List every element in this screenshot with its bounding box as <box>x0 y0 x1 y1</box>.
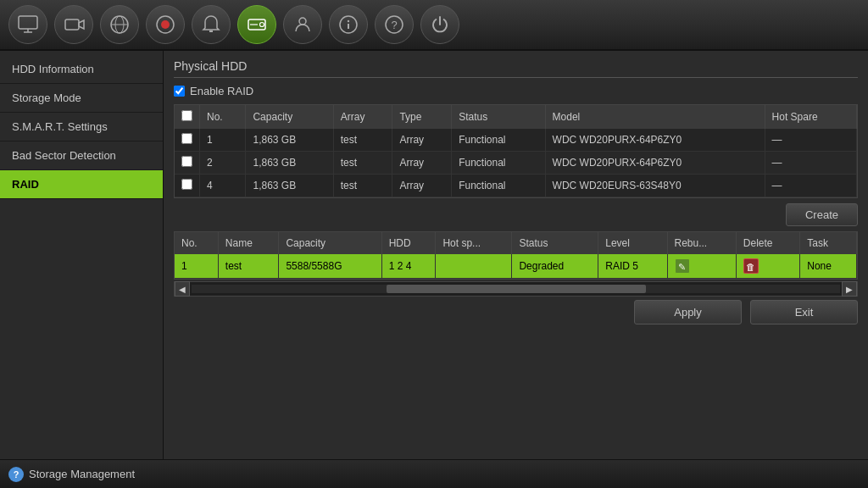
row-capacity: 1,863 GB <box>246 152 333 175</box>
row-hot-spare: — <box>765 129 856 152</box>
row-capacity: 1,863 GB <box>246 175 333 197</box>
raid-col-name: Name <box>218 232 279 254</box>
info-circle-icon[interactable] <box>329 5 368 44</box>
row-capacity: 1,863 GB <box>246 129 333 152</box>
col-hot-spare: Hot Spare <box>765 105 856 129</box>
bottom-buttons: Apply Exit <box>174 300 858 324</box>
scroll-right-arrow[interactable]: ▶ <box>842 281 857 297</box>
col-type: Type <box>392 105 452 129</box>
row-no: 2 <box>200 152 246 175</box>
section-title: Physical HDD <box>174 59 858 78</box>
row-checkbox-cell[interactable] <box>175 129 200 152</box>
alarm-icon[interactable] <box>192 5 231 44</box>
scroll-thumb[interactable] <box>387 285 646 293</box>
raid-col-capacity: Capacity <box>279 232 381 254</box>
raid-col-rebuild: Rebu... <box>667 232 736 254</box>
row-status: Functional <box>452 129 545 152</box>
table-row[interactable]: 4 1,863 GB test Array Functional WDC WD2… <box>175 175 857 197</box>
scroll-track[interactable] <box>192 285 840 293</box>
user-icon[interactable] <box>283 5 322 44</box>
exit-button[interactable]: Exit <box>750 300 858 324</box>
row-no: 4 <box>200 175 246 197</box>
svg-text:?: ? <box>392 19 398 31</box>
row-status: Functional <box>452 175 545 197</box>
svg-rect-0 <box>19 16 37 29</box>
raid-col-hot-spare: Hot sp... <box>436 232 512 254</box>
select-all-checkbox[interactable] <box>181 110 192 121</box>
enable-raid-checkbox[interactable] <box>174 86 185 97</box>
camera-icon[interactable] <box>54 5 93 44</box>
table-row[interactable]: 2 1,863 GB test Array Functional WDC WD2… <box>175 152 857 175</box>
top-navigation: ? <box>0 0 868 51</box>
sidebar-item-hdd-information[interactable]: HDD Information <box>0 55 163 84</box>
help-icon[interactable]: ? <box>375 5 414 44</box>
scroll-left-arrow[interactable]: ◀ <box>175 281 190 297</box>
create-button-row: Create <box>174 203 858 226</box>
record-icon[interactable] <box>146 5 185 44</box>
row-type: Array <box>392 152 452 175</box>
col-no: No. <box>200 105 246 129</box>
col-capacity: Capacity <box>246 105 333 129</box>
apply-button[interactable]: Apply <box>634 300 742 324</box>
rebuild-icon[interactable]: ✎ <box>675 258 690 274</box>
row-hot-spare: — <box>765 175 856 197</box>
raid-table-row[interactable]: 1 test 5588/5588G 1 2 4 Degraded RAID 5 … <box>175 254 857 279</box>
raid-table-container: No. Name Capacity HDD Hot sp... Status L… <box>174 231 858 280</box>
physical-hdd-table: No. Capacity Array Type Status Model Hot… <box>175 105 857 197</box>
svg-marker-4 <box>79 20 84 29</box>
raid-row-delete[interactable]: 🗑 <box>736 254 799 279</box>
row-checkbox[interactable] <box>181 133 192 144</box>
bottom-status-bar: ? Storage Management <box>0 459 868 488</box>
raid-col-hdd: HDD <box>381 232 436 254</box>
sidebar: HDD Information Storage Mode S.M.A.R.T. … <box>0 51 164 459</box>
network-icon[interactable] <box>100 5 139 44</box>
col-checkbox <box>175 105 200 129</box>
main-layout: HDD Information Storage Mode S.M.A.R.T. … <box>0 51 868 459</box>
raid-col-status: Status <box>512 232 598 254</box>
raid-row-capacity: 5588/5588G <box>279 254 381 279</box>
enable-raid-row: Enable RAID <box>174 85 858 97</box>
power-icon[interactable] <box>420 5 459 44</box>
raid-row-rebuild[interactable]: ✎ <box>667 254 736 279</box>
row-model: WDC WD20PURX-64P6ZY0 <box>545 129 765 152</box>
row-array: test <box>333 175 392 197</box>
storage-management-label: Storage Management <box>29 468 135 480</box>
raid-col-task: Task <box>800 232 857 254</box>
enable-raid-label[interactable]: Enable RAID <box>190 85 253 97</box>
svg-point-9 <box>161 20 170 29</box>
sidebar-item-smart-settings[interactable]: S.M.A.R.T. Settings <box>0 113 163 141</box>
row-array: test <box>333 129 392 152</box>
raid-row-status: Degraded <box>512 254 598 279</box>
create-button[interactable]: Create <box>786 203 858 226</box>
svg-point-17 <box>348 20 349 22</box>
row-checkbox[interactable] <box>181 156 192 167</box>
raid-col-no: No. <box>175 232 218 254</box>
row-no: 1 <box>200 129 246 152</box>
row-checkbox-cell[interactable] <box>175 175 200 197</box>
row-array: test <box>333 152 392 175</box>
row-status: Functional <box>452 152 545 175</box>
storage-icon: ? <box>8 467 24 482</box>
raid-row-no: 1 <box>175 254 218 279</box>
row-hot-spare: — <box>765 152 856 175</box>
row-model: WDC WD20PURX-64P6ZY0 <box>545 152 765 175</box>
raid-row-task: None <box>800 254 857 279</box>
raid-col-delete: Delete <box>736 232 799 254</box>
content-area: Physical HDD Enable RAID No. Capacity Ar… <box>164 51 868 459</box>
raid-row-hdd: 1 2 4 <box>381 254 436 279</box>
horizontal-scrollbar[interactable]: ◀ ▶ <box>174 281 858 297</box>
row-type: Array <box>392 129 452 152</box>
sidebar-item-raid[interactable]: RAID <box>0 170 163 199</box>
delete-icon[interactable]: 🗑 <box>743 258 759 274</box>
raid-row-level: RAID 5 <box>598 254 667 279</box>
hdd-icon[interactable] <box>237 5 276 44</box>
svg-rect-3 <box>65 19 79 30</box>
sidebar-item-bad-sector[interactable]: Bad Sector Detection <box>0 141 163 170</box>
svg-point-12 <box>260 23 264 27</box>
row-checkbox-cell[interactable] <box>175 152 200 175</box>
raid-table: No. Name Capacity HDD Hot sp... Status L… <box>175 232 857 279</box>
table-row[interactable]: 1 1,863 GB test Array Functional WDC WD2… <box>175 129 857 152</box>
sidebar-item-storage-mode[interactable]: Storage Mode <box>0 84 163 113</box>
row-checkbox[interactable] <box>181 179 192 190</box>
monitor-icon[interactable] <box>8 5 47 44</box>
